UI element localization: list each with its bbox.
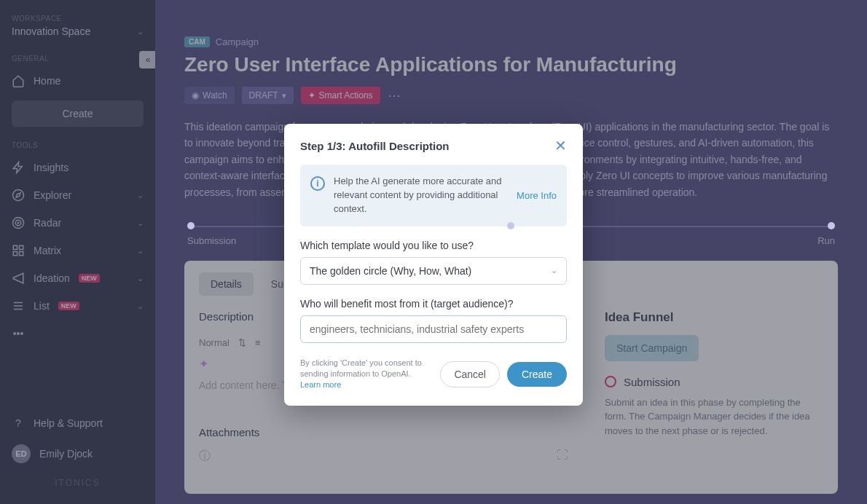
cancel-button[interactable]: Cancel (440, 361, 500, 387)
template-select[interactable]: The golden circle (Why, How, What) ⌄ (300, 257, 567, 285)
consent-text: By clicking 'Create' you consent to send… (300, 358, 433, 391)
close-icon[interactable]: ✕ (554, 138, 567, 153)
chevron-down-icon: ⌄ (551, 266, 557, 275)
phase-dot[interactable] (187, 222, 195, 229)
create-button[interactable]: Create (507, 362, 567, 387)
info-box: i Help the AI generate more accurate and… (300, 165, 567, 227)
modal-overlay: Step 1/3: Autofill Description ✕ i Help … (0, 0, 867, 504)
phase-dot[interactable] (828, 222, 835, 229)
modal-title: Step 1/3: Autofill Description (300, 140, 449, 152)
more-info-link[interactable]: More Info (517, 190, 557, 201)
info-text: Help the AI generate more accurate and r… (334, 175, 508, 216)
audience-label: Who will benefit most from it (target au… (300, 298, 567, 310)
audience-input[interactable] (300, 315, 567, 343)
autofill-modal: Step 1/3: Autofill Description ✕ i Help … (284, 124, 583, 406)
template-label: Which template would you like to use? (300, 240, 567, 251)
info-icon: i (310, 176, 325, 191)
learn-more-link[interactable]: Learn more (300, 380, 341, 389)
